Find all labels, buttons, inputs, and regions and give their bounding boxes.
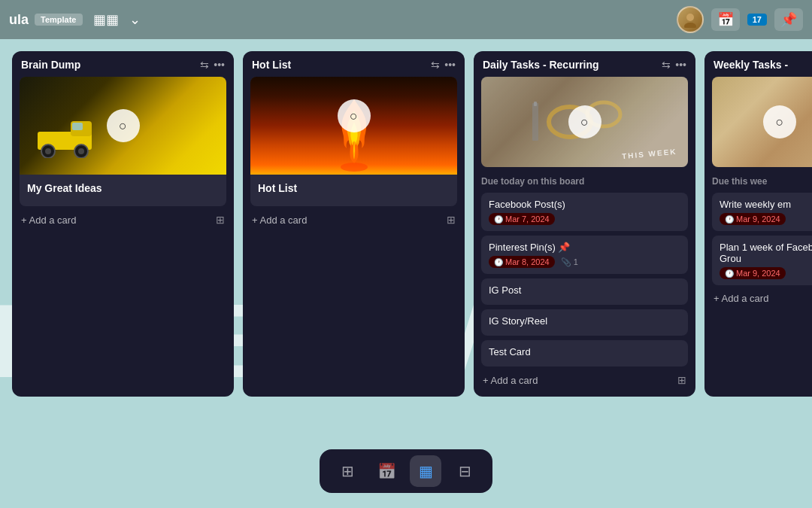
play-icon-fire: ○ <box>338 99 371 132</box>
date-text-facebook: Mar 7, 2024 <box>505 214 550 224</box>
notification-badge[interactable]: 17 <box>747 14 767 26</box>
task-card-ig-post[interactable]: IG Post <box>481 278 688 305</box>
column-header-hot-list: Hot List ⇆ ••• <box>250 59 457 71</box>
column-brain-dump: Brain Dump ⇆ ••• <box>12 51 234 397</box>
task-meta-pinterest: 🕐 Mar 8, 2024 📎 1 <box>489 256 680 268</box>
collapse-icon-daily[interactable]: ⇆ <box>662 59 671 71</box>
truck-illustration: ○ <box>20 77 226 175</box>
task-title-facebook: Facebook Post(s) <box>489 199 680 210</box>
section-label-daily: Due today on this board <box>481 173 688 193</box>
clock-icon-plan-week: 🕐 <box>725 269 734 278</box>
add-card-button-daily[interactable]: + Add a card <box>483 375 538 386</box>
date-text-plan-week: Mar 9, 2024 <box>736 269 780 278</box>
column-title-weekly: Weekly Tasks - <box>714 59 788 71</box>
template-icon-brain-dump[interactable]: ⊞ <box>216 214 225 226</box>
task-meta-facebook: 🕐 Mar 7, 2024 <box>489 213 680 225</box>
column-hot-list: Hot List ⇆ ••• <box>243 51 465 397</box>
clock-icon-weekly-email: 🕐 <box>725 215 734 224</box>
svg-rect-4 <box>72 123 83 130</box>
task-meta-plan-week: 🕐 Mar 9, 2024 <box>720 267 812 279</box>
task-card-ig-story[interactable]: IG Story/Reel <box>481 309 688 336</box>
clock-icon-facebook: 🕐 <box>494 215 503 224</box>
task-card-plan-week[interactable]: Plan 1 week of Facebook Grou 🕐 Mar 9, 20… <box>712 236 812 285</box>
date-text-pinterest: Mar 8, 2024 <box>505 257 550 266</box>
svg-point-9 <box>341 163 368 172</box>
section-label-weekly: Due this wee <box>712 173 812 193</box>
card-hot-list[interactable]: ○ Hot List <box>250 77 457 206</box>
svg-point-1 <box>684 23 696 28</box>
task-card-facebook[interactable]: Facebook Post(s) 🕐 Mar 7, 2024 <box>481 193 688 231</box>
svg-rect-13 <box>534 102 537 106</box>
toolbar-button-calendar[interactable]: 📅 <box>371 455 402 487</box>
column-title-hot-list: Hot List <box>252 59 291 71</box>
fire-illustration: ○ <box>250 77 457 175</box>
task-title-ig-story: IG Story/Reel <box>489 315 680 327</box>
more-icon-hot[interactable]: ••• <box>444 59 456 71</box>
task-card-weekly-email[interactable]: Write weekly em 🕐 Mar 9, 2024 <box>712 193 812 231</box>
more-icon-daily[interactable]: ••• <box>675 59 686 71</box>
calendar-view-icon: 📅 <box>377 462 396 480</box>
add-card-row-brain-dump: + Add a card ⊞ <box>20 211 226 229</box>
add-card-row-daily: + Add a card ⊞ <box>481 371 688 389</box>
more-icon[interactable]: ••• <box>214 59 225 71</box>
svg-point-0 <box>686 14 694 21</box>
template-icon-daily[interactable]: ⊞ <box>677 374 686 386</box>
column-daily-tasks: Daily Tasks - Recurring ⇆ ••• ○ THIS WEE… <box>474 51 695 397</box>
navbar: ula Template ▦▦ ⌄ 📅 17 📌 <box>0 0 812 39</box>
play-icon: ○ <box>107 109 140 142</box>
navbar-left: ula Template ▦▦ ⌄ <box>9 11 677 28</box>
card-my-great-ideas[interactable]: ○ My Great Ideas <box>20 77 226 206</box>
bottom-toolbar: ⊞ 📅 ▦ ⊟ <box>320 449 492 493</box>
date-text-weekly-email: Mar 9, 2024 <box>736 214 780 224</box>
column-header-actions-daily: ⇆ ••• <box>662 59 686 71</box>
svg-rect-12 <box>532 103 538 141</box>
card-image-fire: ○ <box>250 77 457 175</box>
chevron-down-icon[interactable]: ⌄ <box>129 11 141 28</box>
date-badge-weekly-email: 🕐 Mar 9, 2024 <box>720 213 786 225</box>
calendar-icon[interactable]: 📅 <box>711 8 740 31</box>
task-title-ig-post: IG Post <box>489 284 680 296</box>
date-badge-facebook: 🕐 Mar 7, 2024 <box>489 213 555 225</box>
column-header-actions: ⇆ ••• <box>200 59 225 71</box>
task-meta-weekly-email: 🕐 Mar 9, 2024 <box>720 213 812 225</box>
toolbar-button-grid-small[interactable]: ⊞ <box>332 455 363 487</box>
template-badge[interactable]: Template <box>35 14 82 26</box>
grid-small-icon: ⊞ <box>341 462 354 480</box>
collapse-icon-hot[interactable]: ⇆ <box>431 59 440 71</box>
add-card-button-brain-dump[interactable]: + Add a card <box>21 214 76 226</box>
brand-name: ula <box>9 12 29 28</box>
board-view-icon[interactable]: ▦▦ <box>93 11 119 28</box>
card-image-bg: ○ <box>20 77 226 175</box>
task-title-test: Test Card <box>489 346 680 357</box>
collapse-icon[interactable]: ⇆ <box>200 59 209 71</box>
add-card-row-weekly: + Add a card <box>712 290 812 307</box>
card-body-my-great-ideas: My Great Ideas <box>20 175 226 206</box>
task-card-pinterest[interactable]: Pinterest Pin(s) 📌 🕐 Mar 8, 2024 📎 1 <box>481 236 688 274</box>
attachment-badge-pinterest: 📎 1 <box>561 257 578 267</box>
column-weekly-tasks: Weekly Tasks - ⇆ ••• ○ Due this wee Writ… <box>704 51 812 397</box>
play-icon-weekly: ○ <box>763 105 796 138</box>
list-icon: ⊟ <box>459 462 471 480</box>
clock-icon-pinterest: 🕐 <box>494 258 503 266</box>
paperclip-icon: 📎 <box>561 257 571 267</box>
card-body-hot-list: Hot List <box>250 175 457 206</box>
pin-icon[interactable]: 📌 <box>774 8 803 31</box>
toolbar-button-list[interactable]: ⊟ <box>449 455 480 487</box>
task-title-pinterest: Pinterest Pin(s) 📌 <box>489 242 680 253</box>
task-title-weekly-email: Write weekly em <box>720 199 812 210</box>
board-icon: ▦ <box>419 462 433 480</box>
add-card-button-hot-list[interactable]: + Add a card <box>252 214 307 226</box>
template-icon-hot-list[interactable]: ⊞ <box>447 214 456 226</box>
card-title-hot-list: Hot List <box>258 182 450 194</box>
toolbar-button-board[interactable]: ▦ <box>410 455 441 487</box>
column-header-daily: Daily Tasks - Recurring ⇆ ••• <box>481 59 688 71</box>
weekly-image: ○ <box>712 77 812 167</box>
board: FREEDOM FO Brain Dump ⇆ ••• <box>0 39 812 508</box>
svg-point-8 <box>78 148 84 154</box>
add-card-button-weekly[interactable]: + Add a card <box>714 293 768 304</box>
task-card-test[interactable]: Test Card <box>481 340 688 367</box>
navbar-right: 📅 17 📌 <box>677 6 803 33</box>
attachment-count: 1 <box>574 257 578 266</box>
date-badge-plan-week: 🕐 Mar 9, 2024 <box>720 267 786 279</box>
avatar[interactable] <box>677 6 704 33</box>
